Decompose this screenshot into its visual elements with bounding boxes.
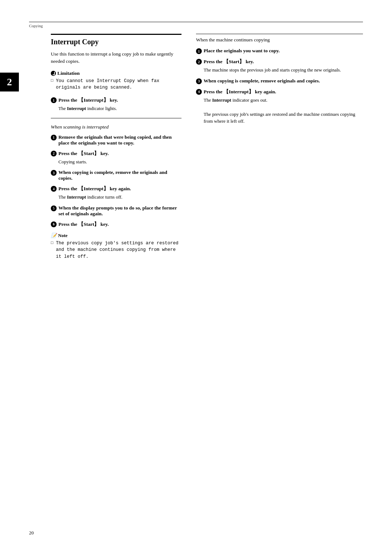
step-c4-circle: 4 (196, 89, 202, 95)
step-c4-text: Press the 【Interrupt】 key again. (204, 89, 276, 95)
step-i5-circle: 5 (51, 205, 57, 211)
step-c3-header: 3 When copying is complete, remove origi… (196, 78, 363, 84)
section-title: Interrupt Copy (51, 34, 181, 46)
step-c1-header: 1 Place the originals you want to copy. (196, 48, 363, 54)
step-1-header: 1 Press the 【Interrupt】 key. (51, 97, 181, 103)
note-label: Note (58, 233, 68, 239)
step-i2-text: Press the 【Start】 key. (58, 150, 109, 157)
intro-text: Use this function to interrupt a long co… (51, 50, 181, 65)
step-i6-header: 6 Press the 【Start】 key. (51, 221, 181, 228)
step-i3-text: When copying is complete, remove the ori… (58, 170, 181, 181)
step-i5: 5 When the display prompts you to do so,… (51, 205, 181, 217)
step-i4-text: Press the 【Interrupt】 key again. (58, 186, 131, 192)
sub-section-continues: When the machine continues copying (196, 34, 363, 43)
step-c2-header: 2 Press the 【Start】 key. (196, 58, 363, 65)
left-column: Interrupt Copy Use this function to inte… (29, 34, 181, 260)
step-c2-circle: 2 (196, 59, 202, 65)
step-i6-text: Press the 【Start】 key. (58, 221, 109, 228)
step-1-circle: 1 (51, 97, 57, 103)
step-c4: 4 Press the 【Interrupt】 key again. The I… (196, 89, 363, 125)
limitation-item: You cannot use Interrupt Copy when fax o… (51, 78, 181, 91)
step-i3: 3 When copying is complete, remove the o… (51, 170, 181, 181)
content-columns: Interrupt Copy Use this function to inte… (29, 34, 363, 260)
breadcrumb: Copying (29, 24, 363, 28)
step-i4-body: The Interrupt indicator turns off. (51, 194, 181, 201)
step-c2-text: Press the 【Start】 key. (204, 58, 254, 65)
sub-section-interrupted: When scanning is interrupted (51, 124, 181, 130)
step-i6: 6 Press the 【Start】 key. (51, 221, 181, 228)
step-c4-header: 4 Press the 【Interrupt】 key again. (196, 89, 363, 95)
step-c1-text: Place the originals you want to copy. (204, 48, 280, 54)
step-i4-header: 4 Press the 【Interrupt】 key again. (51, 186, 181, 192)
step-i1: 1 Remove the originals that were being c… (51, 134, 181, 146)
step-i1-header: 1 Remove the originals that were being c… (51, 134, 181, 146)
right-column: When the machine continues copying 1 Pla… (196, 34, 363, 260)
sub-section-continues-text: When the machine continues copying (196, 37, 270, 42)
note-icon: 📝 (51, 233, 57, 239)
note-box: 📝 Note The previous copy job's settings … (51, 233, 181, 260)
step-i2-circle: 2 (51, 151, 57, 156)
step-1: 1 Press the 【Interrupt】 key. The Interru… (51, 97, 181, 112)
step-c1-circle: 1 (196, 48, 202, 54)
step-i4: 4 Press the 【Interrupt】 key again. The I… (51, 186, 181, 201)
step-c1: 1 Place the originals you want to copy. (196, 48, 363, 54)
header-rule (29, 22, 363, 22)
step-i4-circle: 4 (51, 186, 57, 192)
step-i2-body: Copying starts. (51, 158, 181, 166)
page: Copying 2 Interrupt Copy Use this functi… (0, 0, 392, 554)
step-i2: 2 Press the 【Start】 key. Copying starts. (51, 150, 181, 166)
limitation-icon (51, 71, 56, 76)
note-title: 📝 Note (51, 233, 181, 239)
step-c3-circle: 3 (196, 78, 202, 84)
step-i6-circle: 6 (51, 221, 57, 227)
step-i5-text: When the display prompts you to do so, p… (58, 205, 181, 217)
step-i1-circle: 1 (51, 135, 57, 140)
step-c3: 3 When copying is complete, remove origi… (196, 78, 363, 84)
limitation-title: Limitation (51, 70, 181, 76)
limitation-box: Limitation You cannot use Interrupt Copy… (51, 70, 181, 91)
step-c2-body: The machine stops the previous job and s… (196, 66, 363, 74)
step-c2: 2 Press the 【Start】 key. The machine sto… (196, 58, 363, 74)
divider (51, 118, 181, 118)
step-i2-header: 2 Press the 【Start】 key. (51, 150, 181, 157)
page-number: 20 (29, 530, 34, 536)
step-i5-header: 5 When the display prompts you to do so,… (51, 205, 181, 217)
step-c4-body: The Interrupt indicator goes out. The pr… (196, 97, 363, 125)
limitation-label: Limitation (57, 70, 80, 76)
step-c3-text: When copying is complete, remove origina… (204, 78, 320, 84)
step-1-text: Press the 【Interrupt】 key. (58, 97, 118, 103)
note-item: The previous copy job's settings are res… (51, 240, 181, 260)
step-i3-header: 3 When copying is complete, remove the o… (51, 170, 181, 181)
chapter-badge: 2 (0, 73, 19, 91)
step-i1-text: Remove the originals that were being cop… (58, 134, 181, 146)
step-i3-circle: 3 (51, 170, 57, 176)
step-1-body: The Interrupt indicator lights. (51, 105, 181, 112)
